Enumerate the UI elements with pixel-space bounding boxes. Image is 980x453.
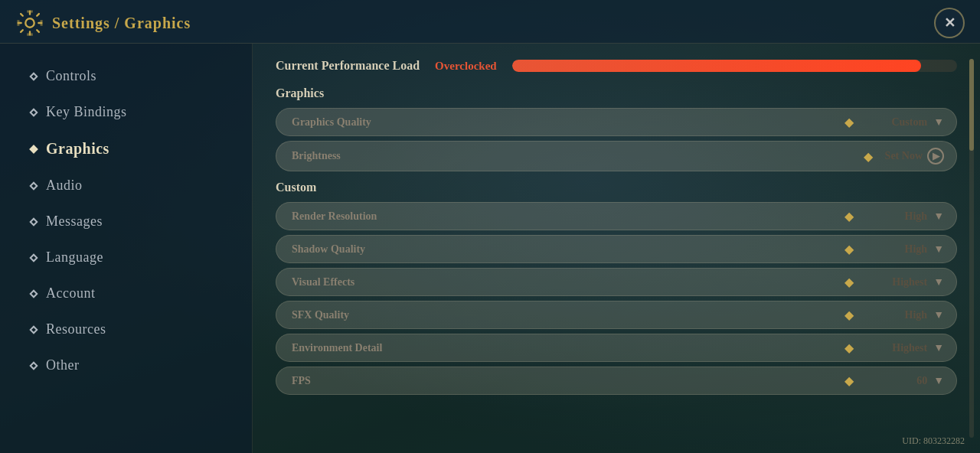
brightness-label: Brightness xyxy=(292,150,864,162)
sfx-quality-row[interactable]: SFX Quality ◆ High ▼ xyxy=(276,301,957,329)
nav-bullet-icon xyxy=(29,217,38,226)
sidebar-item-label: Messages xyxy=(46,213,103,230)
visual-effects-value: Highest xyxy=(866,276,927,288)
scroll-track xyxy=(969,59,974,438)
set-now-label: Set Now xyxy=(885,150,923,162)
dropdown-arrow-7: ▼ xyxy=(933,375,944,387)
custom-settings-list: Render Resolution ◆ High ▼ Shadow Qualit… xyxy=(276,202,957,395)
sidebar-item-resources[interactable]: Resources xyxy=(0,312,252,347)
nav-bullet-icon xyxy=(29,145,38,153)
perf-bar-fill xyxy=(512,60,922,72)
perf-status: Overclocked xyxy=(435,60,497,73)
sidebar-item-language[interactable]: Language xyxy=(0,240,252,275)
graphics-quality-label: Graphics Quality xyxy=(292,116,844,129)
sidebar-item-label: Audio xyxy=(46,178,83,194)
nav-bullet-icon xyxy=(29,289,38,298)
close-button[interactable]: ✕ xyxy=(934,8,965,38)
sidebar-item-messages[interactable]: Messages xyxy=(0,204,252,239)
diamond-icon-3: ◆ xyxy=(844,209,854,223)
environment-detail-value: Highest xyxy=(866,342,927,354)
gear-icon xyxy=(15,8,44,37)
brightness-row[interactable]: Brightness ◆ Set Now ▶ xyxy=(276,141,957,171)
sidebar-item-label: Key Bindings xyxy=(46,104,127,120)
render-resolution-value: High xyxy=(866,210,927,223)
graphics-quality-value: Custom xyxy=(866,116,927,129)
nav-bullet-icon xyxy=(29,72,38,80)
custom-section-title: Custom xyxy=(276,181,957,194)
perf-load-label: Current Performance Load xyxy=(276,59,420,73)
scroll-thumb[interactable] xyxy=(969,59,974,151)
diamond-icon-2: ◆ xyxy=(864,149,873,164)
sidebar-item-label: Controls xyxy=(46,68,96,84)
diamond-icon-6: ◆ xyxy=(844,308,854,322)
diamond-icon-4: ◆ xyxy=(844,242,854,256)
graphics-settings-list: Graphics Quality ◆ Custom ▼ Brightness ◆… xyxy=(276,108,957,171)
nav-bullet-icon xyxy=(29,325,38,334)
nav-bullet-icon xyxy=(29,108,38,116)
sfx-quality-value: High xyxy=(866,309,927,321)
sfx-quality-label: SFX Quality xyxy=(292,309,844,321)
nav-bullet-icon xyxy=(29,253,38,262)
header-left: Settings / Graphics xyxy=(15,8,191,37)
perf-bar xyxy=(512,60,957,72)
fps-row[interactable]: FPS ◆ 60 ▼ xyxy=(276,367,957,395)
dropdown-arrow-3: ▼ xyxy=(933,243,944,256)
nav-bullet-icon xyxy=(29,361,38,370)
sidebar-item-account[interactable]: Account xyxy=(0,276,252,311)
sidebar-item-label: Account xyxy=(46,285,95,301)
graphics-section-title: Graphics xyxy=(276,86,957,100)
render-resolution-label: Render Resolution xyxy=(292,210,844,223)
visual-effects-row[interactable]: Visual Effects ◆ Highest ▼ xyxy=(276,268,957,296)
render-resolution-row[interactable]: Render Resolution ◆ High ▼ xyxy=(276,202,957,230)
sidebar-item-key-bindings[interactable]: Key Bindings xyxy=(0,95,252,129)
environment-detail-label: Environment Detail xyxy=(292,342,844,354)
header-title: Settings / Graphics xyxy=(52,15,191,32)
set-now-button[interactable]: Set Now ▶ xyxy=(885,148,944,165)
sidebar-item-controls[interactable]: Controls xyxy=(0,59,252,93)
dropdown-arrow-5: ▼ xyxy=(933,309,944,321)
sidebar: ControlsKey BindingsGraphicsAudioMessage… xyxy=(0,44,253,453)
set-now-circle: ▶ xyxy=(927,148,944,165)
svg-point-0 xyxy=(25,18,34,27)
fps-label: FPS xyxy=(292,375,844,387)
shadow-quality-value: High xyxy=(866,243,927,256)
main-content: ControlsKey BindingsGraphicsAudioMessage… xyxy=(0,44,980,453)
visual-effects-label: Visual Effects xyxy=(292,276,844,288)
graphics-quality-row[interactable]: Graphics Quality ◆ Custom ▼ xyxy=(276,108,957,136)
uid-label: UID: 803232282 xyxy=(902,435,965,447)
diamond-icon-7: ◆ xyxy=(844,341,854,355)
sidebar-item-audio[interactable]: Audio xyxy=(0,168,252,203)
sidebar-item-label: Language xyxy=(46,249,103,266)
fps-value: 60 xyxy=(866,375,927,387)
dropdown-arrow-6: ▼ xyxy=(933,342,944,354)
diamond-icon: ◆ xyxy=(844,115,854,129)
settings-content: Current Performance Load Overclocked Gra… xyxy=(253,44,980,453)
environment-detail-row[interactable]: Environment Detail ◆ Highest ▼ xyxy=(276,334,957,362)
dropdown-arrow-2: ▼ xyxy=(933,210,944,223)
dropdown-arrow-4: ▼ xyxy=(933,276,944,288)
shadow-quality-row[interactable]: Shadow Quality ◆ High ▼ xyxy=(276,235,957,263)
sidebar-item-label: Other xyxy=(46,357,79,373)
nav-bullet-icon xyxy=(29,181,38,190)
sidebar-item-label: Graphics xyxy=(46,140,109,158)
shadow-quality-label: Shadow Quality xyxy=(292,243,844,256)
dropdown-arrow: ▼ xyxy=(933,116,944,129)
sidebar-item-other[interactable]: Other xyxy=(0,348,252,383)
sidebar-item-label: Resources xyxy=(46,321,106,337)
settings-modal: Settings / Graphics ✕ ControlsKey Bindin… xyxy=(0,0,980,453)
sidebar-item-graphics[interactable]: Graphics xyxy=(0,131,252,167)
performance-section: Current Performance Load Overclocked xyxy=(276,59,957,73)
header: Settings / Graphics ✕ xyxy=(0,0,980,44)
diamond-icon-8: ◆ xyxy=(844,373,854,388)
diamond-icon-5: ◆ xyxy=(844,275,854,289)
